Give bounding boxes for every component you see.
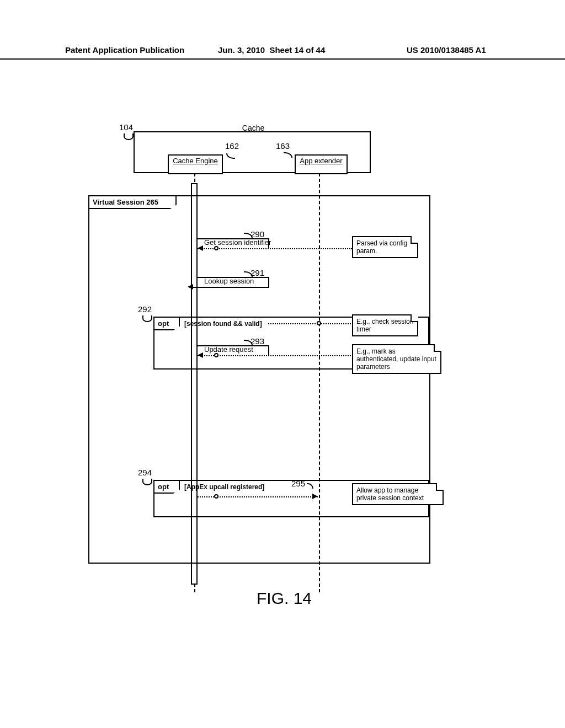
msg-295-arrow xyxy=(312,494,318,499)
header-center: Jun. 3, 2010 Sheet 14 of 44 xyxy=(218,45,325,55)
frame-opt-294-header: opt xyxy=(153,480,180,494)
frame-opt-292-header: opt xyxy=(153,317,180,330)
guard-292-dash xyxy=(268,323,351,324)
app-extender-label: App extender xyxy=(300,157,342,165)
ref-294: 294 xyxy=(138,468,152,477)
note-295: Allow app to manage private session cont… xyxy=(352,483,444,505)
msg-293-circle xyxy=(214,353,218,357)
ref-162: 162 xyxy=(225,141,239,151)
sequence-diagram: 104 Cache Cache Engine App extender 162 … xyxy=(88,116,480,596)
note-293: E.g., mark as authenticated, update inpu… xyxy=(352,344,441,374)
msg-290-return xyxy=(198,248,352,249)
cache-box: Cache Cache Engine App extender xyxy=(134,131,371,173)
msg-293-out xyxy=(198,345,269,346)
msg-295-circle xyxy=(214,494,218,499)
note-292: E.g., check session timer xyxy=(352,314,418,336)
msg-290-arrow xyxy=(198,245,203,251)
header-rule xyxy=(0,58,565,60)
msg-291-arrow xyxy=(188,284,193,290)
msg-290-drop xyxy=(268,238,269,248)
guard-292: [session found && valid] xyxy=(184,320,262,328)
msg-291-out xyxy=(198,277,269,278)
msg-293-label: Update request xyxy=(204,345,253,354)
msg-293-arrow xyxy=(198,352,203,358)
figure-label: FIG. 14 xyxy=(257,589,312,608)
ref-292: 292 xyxy=(138,304,152,314)
cache-engine-label: Cache Engine xyxy=(173,157,218,165)
guard-292-circle xyxy=(317,321,321,325)
ref-104-arc xyxy=(124,133,134,140)
ref-104: 104 xyxy=(119,122,133,132)
header-left: Patent Application Publication xyxy=(65,45,184,55)
msg-291-drop xyxy=(268,277,269,287)
msg-293-return xyxy=(198,355,351,356)
cache-title: Cache xyxy=(228,124,278,132)
note-290: Parsed via config param. xyxy=(352,236,418,258)
msg-290-circle xyxy=(214,246,218,250)
msg-293-drop xyxy=(268,345,269,355)
msg-291-return xyxy=(191,287,269,288)
msg-291-label: Lookup session xyxy=(204,277,254,285)
header-pubnum: US 2010/0138485 A1 xyxy=(407,45,486,55)
guard-294: [AppEx upcall registered] xyxy=(184,483,264,491)
frame-virtual-session-header: Virtual Session 265 xyxy=(88,195,177,209)
cache-engine-box: Cache Engine xyxy=(168,154,223,174)
ref-295: 295 xyxy=(291,479,305,488)
app-extender-box: App extender xyxy=(295,154,348,174)
ref-163: 163 xyxy=(276,141,290,151)
msg-290-label: Get session identifier xyxy=(204,238,271,247)
msg-290-out xyxy=(198,238,269,239)
